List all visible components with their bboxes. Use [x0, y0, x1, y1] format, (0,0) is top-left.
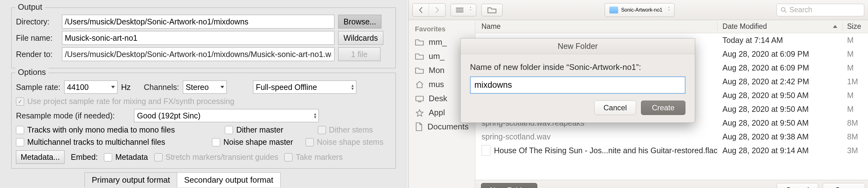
back-button[interactable] [413, 4, 429, 16]
hz-label: Hz [121, 83, 131, 92]
file-row[interactable]: spring-scotland.wavAug 28, 2020 at 9:38 … [475, 130, 868, 144]
column-headers: Name Date Modified Size [475, 20, 868, 33]
output-section: Output Directory: Browse... File name: W… [11, 7, 396, 68]
tab-secondary[interactable]: Secondary output format [177, 173, 281, 187]
current-folder-dropdown[interactable]: Sonic-Artwork-no1 ˄˅ [604, 3, 675, 17]
finder-footer: New Folder Cancel Open [475, 180, 868, 188]
dialog-create-button[interactable]: Create [641, 101, 685, 115]
dialog-cancel-button[interactable]: Cancel [594, 101, 636, 115]
svg-line-4 [785, 11, 786, 12]
new-folder-button[interactable]: New Folder [481, 183, 538, 188]
browse-button[interactable]: Browse... [338, 15, 381, 29]
noise-shape-stems-checkbox: Noise shape stems [306, 137, 383, 147]
speed-select[interactable]: Full-speed Offline [253, 81, 356, 94]
folder-icon [487, 7, 497, 13]
embed-label: Embed: [71, 153, 98, 162]
renderto-display [62, 47, 334, 61]
column-size[interactable]: Size [843, 22, 868, 31]
embed-take-checkbox: Take markers [284, 153, 343, 162]
folder-name-input[interactable] [470, 76, 685, 94]
column-date[interactable]: Date Modified [717, 22, 843, 31]
column-name[interactable]: Name [475, 22, 718, 31]
chevron-updown-icon: ˄˅ [668, 7, 670, 12]
dither-master-checkbox[interactable]: Dither master [225, 125, 283, 134]
forward-button [429, 4, 445, 16]
finder-cancel-button[interactable]: Cancel [777, 183, 818, 188]
channels-label: Channels: [144, 83, 179, 92]
view-mode-dropdown[interactable]: ˄˅ [451, 4, 476, 16]
renderto-label: Render to: [16, 50, 58, 59]
finder-open-button[interactable]: Open [823, 183, 866, 188]
updown-icon: ▲▼ [313, 113, 317, 119]
resample-label: Resample mode (if needed): [16, 111, 115, 120]
options-title: Options [16, 67, 49, 77]
nav-segment [412, 3, 445, 17]
finder-toolbar: ˄˅ Sonic-Artwork-no1 ˄˅ Search [409, 0, 868, 20]
wildcards-button[interactable]: Wildcards [338, 31, 383, 45]
filecount-button: 1 file [338, 47, 380, 61]
directory-label: Directory: [16, 17, 58, 26]
folder-action-button[interactable] [481, 4, 503, 16]
sample-rate-label: Sample rate: [16, 83, 60, 92]
dither-stems-checkbox: Dither stems [318, 125, 373, 134]
options-section: Options Sample rate: 44100 Hz Channels: … [11, 73, 396, 168]
new-folder-dialog: New Folder Name of new folder inside “So… [460, 38, 695, 123]
search-icon [781, 7, 787, 13]
channels-select[interactable]: Stereo [183, 81, 227, 94]
embed-stretch-checkbox: Stretch markers/transient guides [154, 153, 278, 162]
dialog-prompt: Name of new folder inside “Sonic-Artwork… [470, 62, 685, 72]
dialog-title: New Folder [461, 38, 695, 54]
sort-caret-icon [833, 25, 837, 28]
filename-input[interactable] [62, 31, 334, 45]
updown-icon: ▲▼ [351, 84, 354, 90]
folder-icon [609, 7, 618, 13]
multichannel-checkbox[interactable]: Multichannel tracks to multichannel file… [16, 137, 165, 147]
resample-select[interactable]: Good (192pt Sinc) [134, 109, 319, 122]
file-row[interactable]: House Of The Rising Sun - Jos...nite and… [475, 144, 868, 157]
sample-rate-select[interactable]: 44100 [64, 81, 117, 94]
svg-point-3 [781, 7, 785, 11]
format-tabs: Primary output format Secondary output f… [85, 173, 396, 187]
tab-primary[interactable]: Primary output format [85, 173, 177, 187]
mono-tracks-checkbox[interactable]: Tracks with only mono media to mono file… [16, 125, 175, 134]
svg-rect-5 [416, 96, 423, 101]
directory-input[interactable] [62, 15, 334, 29]
noise-shape-master-checkbox[interactable]: Noise shape master [212, 137, 293, 147]
chevron-updown-icon: ˄˅ [470, 7, 472, 12]
metadata-button[interactable]: Metadata... [16, 150, 64, 164]
render-panel: Output Directory: Browse... File name: W… [0, 0, 407, 188]
list-view-icon [455, 7, 464, 13]
search-input[interactable]: Search [777, 4, 864, 16]
use-project-sr-checkbox: ✓Use project sample rate for mixing and … [16, 97, 234, 106]
embed-metadata-checkbox[interactable]: Metadata [104, 153, 148, 162]
filename-label: File name: [16, 34, 58, 42]
output-title: Output [16, 2, 45, 12]
sidebar-favorites-header: Favorites [409, 23, 475, 35]
